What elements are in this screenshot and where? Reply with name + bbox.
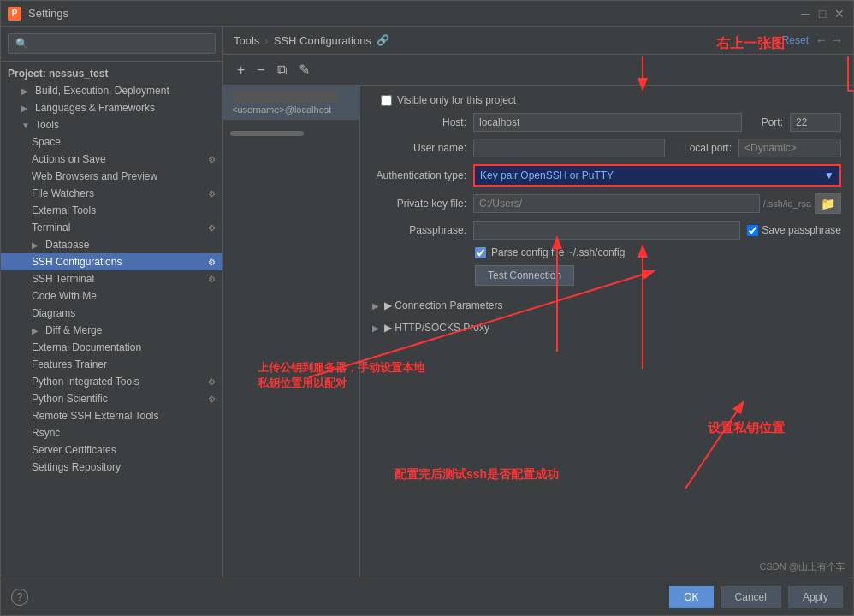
local-port-input[interactable] [738,139,841,157]
sidebar-item-diagrams[interactable]: Diagrams [1,305,222,322]
link-icon[interactable]: 🔗 [377,34,389,46]
close-button[interactable]: ✕ [833,7,846,21]
badge-python-integrated: ⚙ [208,377,216,387]
ssh-list: <username>@localhost [223,86,360,578]
sidebar-label-remote-ssh: Remote SSH External Tools [32,410,216,422]
settings-window: P Settings ─ □ ✕ Project: nessus_test ▶ … [0,0,854,616]
private-key-suffix: /.ssh/id_rsa [763,198,811,209]
sidebar-item-project: Project: nessus_test [1,65,222,82]
minimize-button[interactable]: ─ [798,7,812,21]
sidebar-item-ssh-terminal[interactable]: SSH Terminal ⚙ [1,270,222,287]
expand-triangle-icon2: ▶ [372,323,379,333]
expand-arrow: ▼ [21,121,32,130]
ssh-form: Visible only for this project Host: Port… [360,86,853,578]
dropdown-arrow-icon: ▼ [819,169,839,181]
private-key-input[interactable] [473,194,760,213]
breadcrumb-root: Tools [234,34,259,47]
badge-ssh-terminal: ⚙ [208,275,216,284]
window-title: Settings [28,7,798,20]
test-connection-button[interactable]: Test Connection [475,265,574,286]
bottom-bar: ? OK Cancel Apply [1,578,853,615]
cancel-button[interactable]: Cancel [721,586,781,608]
sidebar-label-settings-repo: Settings Repository [32,461,216,473]
sidebar-item-languages[interactable]: ▶ Languages & Frameworks [1,99,222,116]
username-localport-row: User name: Local port: [372,139,841,157]
title-bar: P Settings ─ □ ✕ [1,1,853,27]
maximize-button[interactable]: □ [815,7,829,21]
http-socks-collapsible[interactable]: ▶ ▶ HTTP/SOCKS Proxy [372,318,841,337]
search-input[interactable] [8,33,216,54]
expand-arrow: ▶ [32,326,42,335]
sidebar-item-terminal[interactable]: Terminal ⚙ [1,219,222,236]
sidebar-item-diff-merge[interactable]: ▶ Diff & Merge [1,322,222,339]
sidebar-item-rsync[interactable]: Rsync [1,424,222,441]
sidebar-item-settings-repo[interactable]: Settings Repository [1,459,222,476]
auth-type-dropdown[interactable]: Key pair OpenSSH or PuTTY ▼ [473,164,841,187]
sidebar-item-space[interactable]: Space [1,133,222,151]
parse-config-row: Parse config file ~/.ssh/config [372,246,841,258]
private-key-label: Private key file: [372,198,466,210]
right-panel: Tools › SSH Configurations 🔗 Reset ← → +… [223,27,853,578]
sidebar-label-code-with-me: Code With Me [32,290,216,302]
right-panel-wrapper: Tools › SSH Configurations 🔗 Reset ← → +… [223,27,853,578]
copy-button[interactable]: ⧉ [274,61,290,80]
sidebar-item-python-scientific[interactable]: Python Scientific ⚙ [1,390,222,407]
parse-config-checkbox[interactable] [475,247,486,258]
sidebar-item-server-certs[interactable]: Server Certificates [1,441,222,459]
sidebar-item-code-with-me[interactable]: Code With Me [1,287,222,305]
sidebar-label-python-integrated: Python Integrated Tools [32,376,205,388]
connection-params-collapsible[interactable]: ▶ ▶ Connection Parameters [372,296,841,315]
port-input[interactable] [790,113,841,132]
auth-type-select[interactable]: Key pair OpenSSH or PuTTY [475,166,819,185]
nav-arrows: ← → [815,33,843,47]
expand-triangle-icon: ▶ [372,301,379,311]
toolbar: + − ⧉ ✎ [223,55,853,86]
visible-only-checkbox[interactable] [381,95,392,106]
ok-button[interactable]: OK [669,586,713,608]
badge-actions: ⚙ [208,155,216,164]
sidebar-item-file-watchers[interactable]: File Watchers ⚙ [1,185,222,202]
auth-type-row: Authentication type: Key pair OpenSSH or… [372,164,841,187]
expand-arrow: ▶ [32,240,42,250]
sidebar-item-features-trainer[interactable]: Features Trainer [1,356,222,373]
host-input[interactable] [473,113,742,132]
back-button[interactable]: ← [815,33,827,47]
sidebar-label-python-scientific: Python Scientific [32,393,205,405]
local-port-label: Local port: [672,142,732,154]
sidebar-item-external-docs[interactable]: External Documentation [1,339,222,356]
passphrase-input[interactable] [473,221,740,240]
sidebar-item-tools[interactable]: ▼ Tools [1,116,222,133]
sidebar-item-database[interactable]: ▶ Database [1,236,222,253]
sidebar-label-external-docs: External Documentation [32,341,216,353]
forward-button[interactable]: → [831,33,843,47]
sidebar-item-remote-ssh[interactable]: Remote SSH External Tools [1,407,222,424]
help-button[interactable]: ? [11,589,28,606]
sidebar-label-ssh-configurations: SSH Configurations [32,256,205,268]
sidebar-item-actions-on-save[interactable]: Actions on Save ⚙ [1,151,222,168]
sidebar-label-external-tools: External Tools [32,204,216,216]
save-passphrase-checkbox[interactable] [747,225,758,236]
search-box [1,27,222,62]
sidebar-label-features-trainer: Features Trainer [32,358,216,370]
apply-button[interactable]: Apply [788,586,843,608]
sidebar-item-web-browsers[interactable]: Web Browsers and Preview [1,168,222,185]
sidebar-item-build[interactable]: ▶ Build, Execution, Deployment [1,82,222,99]
expand-arrow: ▶ [21,86,32,96]
username-input[interactable] [473,139,665,157]
panel-header: Tools › SSH Configurations 🔗 Reset ← → [223,27,853,55]
sidebar-item-external-tools[interactable]: External Tools [1,202,222,219]
add-button[interactable]: + [234,61,248,80]
ssh-list-item[interactable]: <username>@localhost [223,86,359,121]
expand-arrow: ▶ [21,104,32,113]
reset-button[interactable]: Reset [782,34,809,46]
remove-button[interactable]: − [253,61,268,80]
ssh-list-item-label: <username>@localhost [232,104,351,115]
host-label: Host: [372,116,466,128]
save-passphrase-label: Save passphrase [762,224,841,236]
project-label: Project: nessus_test [8,68,108,80]
sidebar-item-ssh-configurations[interactable]: SSH Configurations ⚙ [1,253,222,270]
browse-button[interactable]: 📁 [815,193,841,214]
sidebar-label-ssh-terminal: SSH Terminal [32,273,205,285]
sidebar-item-python-integrated[interactable]: Python Integrated Tools ⚙ [1,373,222,390]
edit-button[interactable]: ✎ [295,60,313,80]
